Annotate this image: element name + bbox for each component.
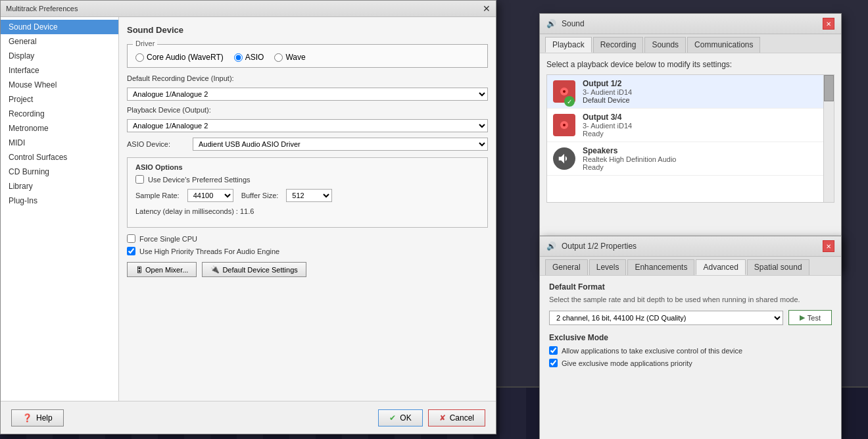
tab-recording[interactable]: Recording [593,37,644,53]
device-name-speakers: Speakers [583,146,829,155]
force-single-cpu-row: Force Single CPU [127,234,488,243]
default-checkmark: ✓ [564,96,575,107]
use-preferred-settings-checkbox[interactable] [135,175,144,184]
driver-row: Core Audio (WaveRT) ASIO Wave [135,50,479,62]
device-item-speakers[interactable]: Speakers Realtek High Definition Audio R… [547,142,834,176]
sidebar-item-mouse-wheel[interactable]: Mouse Wheel [1,78,118,92]
preferences-dialog: Multitrack Preferences ✕ Sound Device Ge… [0,0,496,434]
cancel-button[interactable]: ✘ Cancel [428,409,485,426]
sidebar-item-plug-ins[interactable]: Plug-Ins [1,194,118,208]
open-mixer-button[interactable]: 🎛 Open Mixer... [127,262,197,277]
default-device-settings-label: Default Device Settings [222,266,297,274]
help-icon: ❓ [22,413,32,423]
properties-titlebar: 🔊 Output 1/2 Properties ✕ [540,236,841,257]
section-title: Sound Device [127,25,488,38]
allow-exclusive-checkbox[interactable] [549,346,558,355]
force-single-cpu-label: Force Single CPU [139,235,197,243]
preferences-title: Multitrack Preferences [6,5,78,13]
sound-dialog-close-button[interactable]: ✕ [823,18,834,30]
asio-options-title: ASIO Options [135,163,479,171]
device-icon-output-12: ✓ [552,80,576,103]
tab-playback[interactable]: Playback [545,37,592,53]
prop-tab-general[interactable]: General [545,259,588,275]
buffer-size-select[interactable]: 512 [286,189,332,202]
asio-device-label: ASIO Device: [127,140,193,148]
sidebar-item-metronome[interactable]: Metronome [1,121,118,136]
sidebar-item-library[interactable]: Library [1,179,118,194]
sound-content: Select a playback device below to modify… [540,53,841,209]
sidebar-item-display[interactable]: Display [1,49,118,63]
give-exclusive-checkbox[interactable] [549,359,558,367]
allow-exclusive-label: Allow applications to take exclusive con… [562,347,742,355]
default-device-settings-button[interactable]: 🔌 Default Device Settings [202,262,306,277]
device-info-speakers: Speakers Realtek High Definition Audio R… [583,146,829,171]
recording-device-label: Default Recording Device (Input): [127,74,258,82]
cancel-label: Cancel [450,413,474,423]
prop-tab-spatial-sound[interactable]: Spatial sound [747,259,809,275]
preferences-content: Sound Device General Display Interface M… [1,17,496,401]
device-driver-output-12: 3- Audient iD14 [583,88,829,96]
playback-device-select-row: Analogue 1/Analogue 2 [127,119,488,132]
prop-tab-enhancements[interactable]: Enhancements [627,259,694,275]
radio-core-audio-input[interactable] [135,53,144,62]
give-exclusive-row: Give exclusive mode applications priorit… [549,359,832,367]
use-preferred-settings-row: Use Device's Preferred Settings [135,175,479,184]
radio-asio-input[interactable] [234,53,243,62]
sample-rate-select[interactable]: 44100 [187,189,233,202]
device-status-output-34: Ready [583,130,829,138]
sidebar-item-sound-device[interactable]: Sound Device [1,20,118,34]
ok-icon: ✔ [389,413,396,423]
give-exclusive-label: Give exclusive mode applications priorit… [562,359,692,367]
sidebar-item-project[interactable]: Project [1,92,118,107]
radio-wave[interactable]: Wave [274,53,305,62]
settings-icon: 🔌 [210,265,220,274]
latency-text: Latency (delay in milliseconds) : 11.6 [135,207,479,215]
tab-sounds[interactable]: Sounds [644,37,686,53]
recording-device-select[interactable]: Analogue 1/Analogue 2 [127,88,488,101]
prop-tab-advanced[interactable]: Advanced [696,259,745,275]
device-item-output-34[interactable]: Output 3/4 3- Audient iD14 Ready [547,109,834,142]
sidebar-item-general[interactable]: General [1,34,118,49]
force-single-cpu-checkbox[interactable] [127,234,135,243]
main-panel: Sound Device Driver Core Audio (WaveRT) … [119,17,496,401]
open-mixer-label: Open Mixer... [145,266,188,274]
test-button[interactable]: ▶ Test [788,310,832,325]
device-list-scrollbar[interactable] [823,75,834,202]
default-format-desc: Select the sample rate and bit depth to … [549,296,832,303]
sidebar-item-recording[interactable]: Recording [1,107,118,121]
test-play-icon: ▶ [800,313,805,322]
radio-asio[interactable]: ASIO [234,53,264,62]
sidebar-item-control-surfaces[interactable]: Control Surfaces [1,150,118,165]
ok-button[interactable]: ✔ OK [378,409,422,426]
use-high-priority-label: Use High Priority Threads For Audio Engi… [139,247,279,255]
properties-content: Default Format Select the sample rate an… [540,276,841,376]
scrollbar-thumb [824,75,834,101]
use-high-priority-checkbox[interactable] [127,247,135,255]
asio-device-select[interactable]: Audient USB Audio ASIO Driver [193,138,488,151]
sidebar-item-cd-burning[interactable]: CD Burning [1,165,118,179]
radio-core-audio[interactable]: Core Audio (WaveRT) [135,53,224,62]
properties-dialog-close-button[interactable]: ✕ [823,240,834,252]
playback-device-select[interactable]: Analogue 1/Analogue 2 [127,119,488,132]
sound-speaker-icon: 🔊 [546,19,556,28]
playback-device-label: Playback Device (Output): [127,106,258,114]
device-item-output-12[interactable]: ✓ Output 1/2 3- Audient iD14 Default Dev… [547,75,834,109]
properties-tabs-bar: General Levels Enhancements Advanced Spa… [540,257,841,276]
format-select[interactable]: 2 channel, 16 bit, 44100 Hz (CD Quality) [549,311,783,325]
sidebar-item-interface[interactable]: Interface [1,63,118,78]
preferences-sidebar: Sound Device General Display Interface M… [1,17,119,401]
preferences-close-icon[interactable]: ✕ [483,3,491,14]
help-label: Help [36,413,53,423]
prop-tab-levels[interactable]: Levels [589,259,627,275]
tab-communications[interactable]: Communications [687,37,760,53]
device-info-output-12: Output 1/2 3- Audient iD14 Default Devic… [583,79,829,104]
radio-asio-label: ASIO [245,53,264,62]
properties-dialog-title: Output 1/2 Properties [562,242,637,251]
help-button[interactable]: ❓ Help [11,409,64,426]
default-format-title: Default Format [549,282,832,292]
driver-group: Driver Core Audio (WaveRT) ASIO Wave [127,44,488,68]
radio-wave-input[interactable] [274,53,283,62]
radio-wave-label: Wave [285,53,305,62]
svg-point-2 [563,90,566,93]
sidebar-item-midi[interactable]: MIDI [1,136,118,150]
